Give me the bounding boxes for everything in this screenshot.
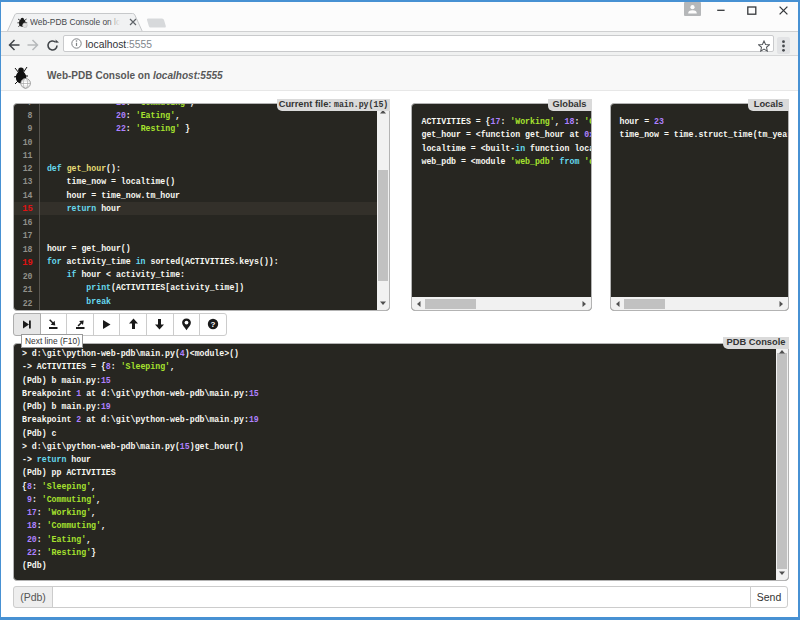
svg-text:?: ?: [211, 320, 216, 329]
